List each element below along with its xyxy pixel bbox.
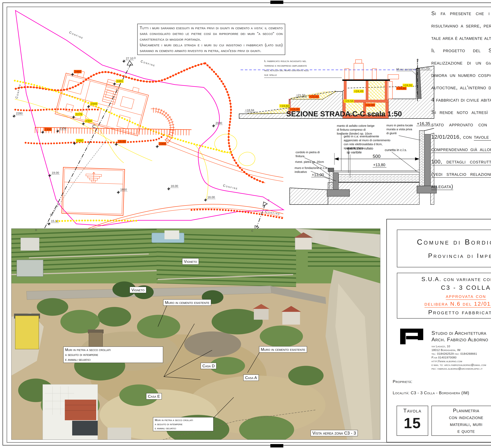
elevation-tag: 2491 <box>116 80 124 83</box>
elevation-tag: 2356 <box>85 119 93 123</box>
photo-label-casa-e: Casa E <box>146 393 162 399</box>
elevation-tag: 2460 <box>74 70 82 73</box>
cc-elevation: +16,35 <box>417 121 430 126</box>
elevation-tag: 19.00 <box>51 171 60 175</box>
elevation-tag: 2030 <box>215 121 223 125</box>
existing-stone-walls <box>15 63 283 218</box>
photo-label-muro-cemento: Muro in cemento esistente <box>259 346 307 353</box>
photo-label-vigneto: Vigneto <box>130 287 146 293</box>
description-p3-underlined: tavole grafiche allegate che comprendeva… <box>431 134 491 189</box>
elevation-tag: 2280 <box>15 112 23 115</box>
gravel-layer <box>339 174 419 182</box>
cc-callout: stabilizzato rullato sp varibile <box>347 146 373 154</box>
section-c-marker-label: C <box>251 229 253 232</box>
dd-elevation: +19,60 <box>279 104 290 108</box>
comune-box: Comune di Bordighera Provincia di Imperi… <box>397 230 491 267</box>
studio-name: Studio di Architettura Arch. Fabrizio Al… <box>432 330 488 343</box>
sua-line: S.U.A. con variante connessa <box>421 276 491 282</box>
dd-elevation: +27,10 <box>420 66 430 70</box>
comune-title: Comune di Bordighera <box>417 238 491 246</box>
photo-label-vigneto: Vigneto <box>182 258 199 265</box>
concrete-layer <box>334 172 419 174</box>
elevation-tag: 19.00 <box>118 140 126 143</box>
studio-line-2: Arch. Fabrizio Alborno <box>432 336 488 343</box>
progetto-line: Progetto fabbricato C <box>428 309 491 316</box>
address-line: tel: 0184262529 fax: 0184268661 <box>432 352 486 356</box>
address-line: e-mail to: arch.fabrizioalborno@gmail.co… <box>432 363 486 367</box>
dd-elevation: +24,91 <box>403 84 413 87</box>
cc-callout: cordolo in pietra di finitura <box>296 150 320 158</box>
photo-label-muro-cemento: Muro in cemento esistente <box>163 299 211 306</box>
elevation-tag: 16.00 <box>207 195 216 199</box>
dd-note: Il fabbricato risulta incassato nel terr… <box>264 59 315 77</box>
elevation-tag: 1960 <box>76 139 84 142</box>
photo-label-vista-aerea: Vista aerea zona C3 - 3 <box>311 430 358 436</box>
localita-label: Località: C3 - 3 Colla - Bordighera (IM) <box>393 391 469 395</box>
elevation-tag: 1850 <box>120 188 127 191</box>
dd-elevation: +23,00 <box>309 95 319 98</box>
approvata-text: approvata con <box>446 293 486 299</box>
dashed-path <box>59 140 106 205</box>
section-cc-trace <box>255 202 267 230</box>
cc-callout: manto di asfalto colore beige di finitur… <box>337 124 375 136</box>
photo-label-casa-d: Casa D <box>201 363 217 369</box>
address-line: pec: fabrizio.alborno@archiworldpec.it <box>432 367 486 371</box>
concrete-wall-right <box>425 134 431 186</box>
muro-esistente-leader <box>397 71 417 75</box>
elevation-tag: 2279 <box>75 113 83 116</box>
project-walls <box>15 81 255 221</box>
photo-label-muri-crollati: Muri in pietra a secco crollati a seguit… <box>153 417 214 431</box>
tavola-label: Tavola <box>397 407 428 414</box>
address-line: http://www.alborno.com <box>432 359 486 363</box>
description-p1: Si fa presente che i terreni in oggetto … <box>431 7 491 44</box>
description-p2: Il progetto del S.U.A. prevede la realiz… <box>431 44 491 106</box>
drawing-title-box: Planimetria con indicazione materiali, m… <box>432 406 491 436</box>
masonry-note-p2: Unicamente i muri della strada e i muri … <box>138 42 285 55</box>
address-line: P.iva 01401970080 <box>432 356 486 359</box>
lower-building-outline <box>62 167 125 216</box>
dd-elevation: +24,60 <box>396 87 406 90</box>
photo-label-casa-a: Casa A <box>243 375 259 381</box>
foundation-left <box>327 190 349 196</box>
asphalt-layer <box>334 171 419 172</box>
elevation-tag: 2150 <box>59 127 67 130</box>
stone-wall-right <box>419 130 425 186</box>
stone-facing-left <box>329 172 333 190</box>
delibera-line: delibera N.6 del 12/01/2016 <box>425 301 491 307</box>
cc-elevation: +13,80 <box>373 163 385 167</box>
masonry-note-p1: Tutti i muri saranno eseguiti in pietra … <box>138 24 285 42</box>
building-c-label: C <box>92 124 96 129</box>
terrain-cc-left <box>290 188 328 204</box>
dd-elevation: +21,50 <box>296 93 306 97</box>
drawing-sheet: Tutti i muri saranno eseguiti in pietra … <box>0 0 491 448</box>
building-c-outline <box>55 67 150 136</box>
title-block: Comune di Bordighera Provincia di Imperi… <box>387 219 491 442</box>
cc-elevation: +13,00 <box>312 173 324 177</box>
cc-callout: rivest. pietra sp. 20cm <box>295 160 324 164</box>
section-d-marker-label: D <box>35 229 37 232</box>
description-p3: Si rende noto altresì che tale progetto … <box>431 106 491 192</box>
tavola-box: Tavola 15 <box>397 406 428 436</box>
provincia-title: Provincia di Imperia <box>428 252 491 259</box>
project-description: Si fa presente che i terreni in oggetto … <box>431 7 491 192</box>
curved-ramp <box>151 109 173 143</box>
masonry-note-box: Tutti i muri saranno eseguiti in pietra … <box>137 24 285 55</box>
elevation-tag: 2300 <box>44 128 52 131</box>
address-line: via Lagazzi, 10 <box>432 344 486 348</box>
studio-line-1: Studio di Architettura <box>432 330 488 336</box>
cc-callout: muro in pietra locale murata a vista pri… <box>387 123 413 135</box>
elevation-tag: 16.00 <box>170 184 179 188</box>
concrete-wall-left <box>333 173 339 190</box>
dd-elevation: +24,49 <box>354 90 364 93</box>
muro-esistente-label: Muro esistente <box>397 67 417 71</box>
section-cc-title: SEZIONE STRADA C-C scala 1:50 <box>286 110 402 118</box>
zona-line: C3 - 3 COLLA <box>441 284 491 291</box>
section-d-marker-label: D <box>134 56 136 60</box>
cc-dim-value: 500 <box>373 154 380 159</box>
cc-callout: cunetta in c.l.s. <box>385 148 407 152</box>
section-c-marker-label: C <box>268 199 270 202</box>
dd-elevation: +18,94 <box>245 109 255 112</box>
elevation-tag: 27.10 <box>125 57 134 60</box>
delibera-text: delibera N.6 del 12/01/2016 <box>425 301 491 307</box>
project-title-box: S.U.A. con variante connessa C3 - 3 COLL… <box>397 273 491 319</box>
